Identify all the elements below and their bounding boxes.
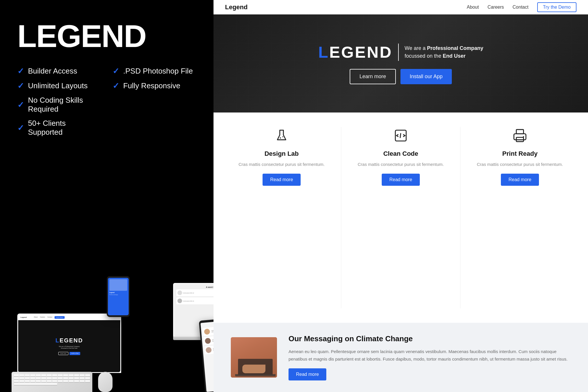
keyboard-keys	[12, 372, 92, 387]
feature-desc-print-ready: Cras mattis consectetur purus sit fermen…	[477, 161, 563, 168]
feature-label: Unlimited Layouts	[28, 81, 88, 90]
desktop-hero-title: LEGEND	[55, 337, 83, 344]
feature-item-responsive: ✓ Fully Responsive	[113, 81, 196, 91]
check-icon: ✓	[113, 81, 119, 91]
flask-svg	[274, 128, 289, 143]
avatar	[177, 290, 182, 295]
laptop-title: A word from our Customers	[176, 286, 214, 288]
brand-title: LEGEND	[17, 20, 196, 52]
article-content: Our Messaging on Climate Change Aenean e…	[289, 334, 571, 380]
learn-more-button[interactable]: Learn more	[350, 69, 396, 84]
tablet-body: Our Team John DoeCEO Read more Jane Smit…	[199, 316, 214, 392]
hero-tagline: We are a Professional Company focussed o…	[405, 44, 483, 60]
feature-item-clients	[113, 96, 196, 114]
laptop-card-text: Lorem ipsum dolor sit	[183, 292, 194, 294]
hero-nav-brand: Legend	[225, 3, 248, 11]
check-icon: ✓	[17, 123, 24, 133]
svg-point-7	[523, 136, 524, 137]
feature-label: No Coding Skills Required	[28, 96, 101, 114]
desktop-nav: Legend About Careers Contact Try the Dem…	[18, 314, 120, 320]
feature-card-design-lab: Design Lab Cras mattis consectetur purus…	[231, 127, 332, 186]
feature-label: 50+ Clients Supported	[28, 119, 101, 137]
tablet-member-info: John DoeCEO	[211, 329, 214, 333]
laptop-content: A word from our Customers Lorem ipsum do…	[174, 284, 214, 311]
desktop-learn-more: Learn more	[58, 352, 68, 355]
desktop-screen: Legend About Careers Contact Try the Dem…	[17, 314, 121, 373]
feature-item-clients-full: ✓ 50+ Clients Supported	[17, 119, 101, 137]
check-icon: ✓	[113, 66, 119, 76]
tablet-mockup: Our Team John DoeCEO Read more Jane Smit…	[199, 316, 214, 392]
check-icon: ✓	[17, 66, 24, 76]
desktop-mockup: Legend About Careers Contact Try the Dem…	[17, 314, 121, 380]
article-read-more-button[interactable]: Read more	[289, 368, 326, 380]
hero-logo-area: LEGEND We are a Professional Company foc…	[318, 43, 483, 61]
nav-cta-button[interactable]: Try the Demo	[537, 2, 576, 12]
phone-body: Legend Professional app	[107, 276, 130, 317]
tablet-team: John DoeCEO Read more Jane SmithDesigner…	[203, 324, 214, 355]
read-more-button-clean-code[interactable]: Read more	[382, 174, 420, 186]
nav-link-careers[interactable]: Careers	[488, 5, 504, 10]
feature-label: Fully Responsive	[123, 81, 180, 90]
hero-section: Legend About Careers Contact Try the Dem…	[214, 0, 588, 112]
feature-card-clean-code: Clean Code Cras mattis consectetur purus…	[350, 127, 452, 186]
tablet-screen: Our Team John DoeCEO Read more Jane Smit…	[201, 318, 214, 392]
code-svg	[394, 128, 408, 143]
laptop-card-text: Lorem ipsum dolor sit	[183, 300, 194, 302]
flask-icon	[273, 127, 290, 144]
nav-link-contact[interactable]: Contact	[513, 5, 529, 10]
phone-title: Legend	[109, 292, 127, 293]
hero-logo-text: LEGEND	[318, 43, 392, 61]
feature-item-builder-access: ✓ Builder Access	[17, 66, 101, 76]
feature-label: Builder Access	[28, 67, 77, 76]
svg-line-3	[400, 133, 401, 138]
desktop-hero-btns: Learn more Install our App	[58, 352, 80, 355]
read-more-button-design-lab[interactable]: Read more	[263, 174, 300, 186]
printer-icon	[511, 127, 529, 144]
code-icon	[392, 127, 409, 144]
desktop-hero-sub: We are a Professional Companyfocussed on…	[59, 346, 80, 349]
hero-nav-links: About Careers Contact Try the Demo	[467, 2, 576, 12]
phone-screen: Legend Professional app	[108, 278, 129, 315]
hero-buttons: Learn more Install our App	[350, 69, 452, 84]
desktop-keyboard	[12, 372, 92, 392]
feature-item-unlimited: ✓ Unlimited Layouts	[17, 81, 101, 91]
printer-svg	[513, 128, 527, 143]
avatar	[205, 338, 211, 344]
tablet-member-info: Jane SmithDesigner	[212, 339, 214, 342]
article-text: Aenean eu leo quam. Pellentesque ornare …	[289, 348, 571, 363]
feature-item-psd: ✓ .PSD Photoshop File	[113, 66, 196, 76]
phone-text: Professional app	[109, 294, 127, 295]
feature-name-print-ready: Print Ready	[502, 150, 538, 157]
svg-point-1	[282, 136, 283, 137]
feature-desc-clean-code: Cras mattis consectetur purus sit fermen…	[358, 161, 444, 168]
article-title: Our Messaging on Climate Change	[289, 334, 571, 343]
hero-vertical-divider	[398, 44, 399, 61]
devices-mockup: Legend About Careers Contact Try the Dem…	[9, 196, 214, 392]
avatar	[204, 329, 210, 335]
desktop-mouse	[98, 372, 113, 392]
hero-logo-blue-l: L	[318, 43, 329, 61]
desktop-install: Install our App	[70, 352, 80, 355]
phone-content: Legend Professional app	[109, 279, 127, 295]
read-more-button-print-ready[interactable]: Read more	[501, 174, 539, 186]
features-grid: ✓ Builder Access ✓ .PSD Photoshop File ✓…	[17, 66, 196, 137]
svg-rect-5	[514, 134, 526, 140]
phone-mockup: Legend Professional app	[107, 276, 130, 317]
desktop-brand: Legend	[20, 316, 27, 318]
article-image	[231, 337, 277, 378]
laptop-card: Lorem ipsum dolor sit	[176, 297, 214, 304]
desktop-hero: LEGEND We are a Professional Companyfocu…	[18, 320, 120, 372]
install-app-button[interactable]: Install our App	[400, 69, 452, 84]
phone-image	[109, 279, 127, 291]
feature-name-clean-code: Clean Code	[383, 150, 418, 157]
hero-body: LEGEND We are a Professional Company foc…	[214, 14, 588, 112]
article-person	[234, 355, 274, 378]
feature-item-no-coding: ✓ No Coding Skills Required	[17, 96, 101, 114]
svg-point-0	[280, 137, 281, 138]
article-laptop-base	[235, 374, 276, 376]
check-icon: ✓	[17, 100, 24, 110]
features-section: Design Lab Cras mattis consectetur purus…	[214, 112, 588, 323]
nav-link-about[interactable]: About	[467, 5, 479, 10]
check-icon: ✓	[17, 81, 24, 91]
feature-separator-2	[460, 127, 460, 308]
